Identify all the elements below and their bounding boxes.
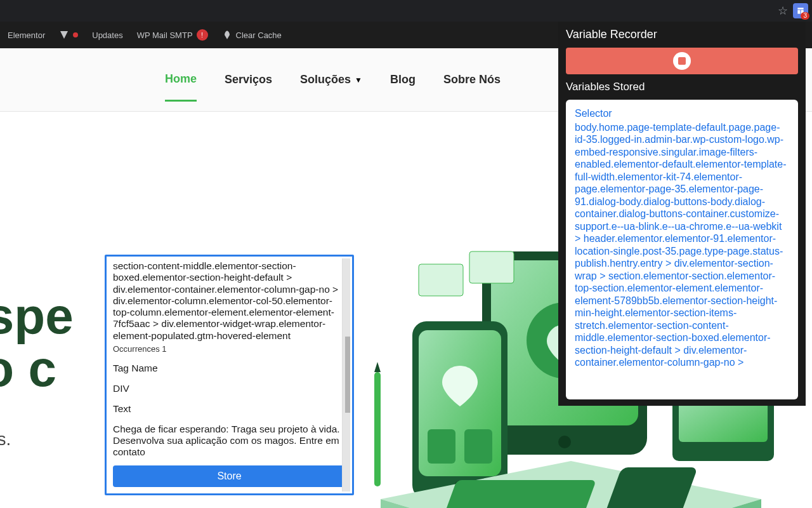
adminbar-elementor[interactable]: Elementor <box>8 30 45 40</box>
adminbar-clearcache[interactable]: Clear Cache <box>222 30 282 40</box>
nav-sobre[interactable]: Sobre Nós <box>443 73 501 86</box>
stored-variable-entry[interactable]: Selector body.home.page-template-default… <box>566 100 798 399</box>
svg-marker-17 <box>374 362 381 372</box>
nav-home[interactable]: Home <box>165 72 197 102</box>
inspector-tagname-label: Tag Name <box>113 363 346 374</box>
nav-servicos[interactable]: Serviços <box>225 73 272 86</box>
stored-variable-header: Selector <box>575 107 789 120</box>
svg-rect-12 <box>441 480 596 508</box>
browser-chrome: ☆ <box>0 0 812 22</box>
svg-point-3 <box>558 436 571 448</box>
variable-recorder-panel: Variable Recorder Variables Stored Selec… <box>558 22 806 406</box>
inspector-text-value: Chega de ficar esperando: Traga seu proj… <box>113 424 346 458</box>
inspector-occurrences: Occurrences 1 <box>113 344 346 354</box>
hero-subtext: os. <box>0 429 11 450</box>
inspector-tagname-value: DIV <box>113 383 346 394</box>
extension-badge[interactable] <box>793 3 808 18</box>
adminbar-updates[interactable]: Updates <box>92 30 122 40</box>
svg-rect-6 <box>428 429 455 464</box>
inspector-text-label: Text <box>113 403 346 415</box>
store-button[interactable]: Store <box>113 465 346 487</box>
nav-blog[interactable]: Blog <box>390 73 416 86</box>
hero-heading: r espe jeto c <box>0 290 74 395</box>
stored-variable-selector: body.home.page-template-default.page.pag… <box>575 121 789 369</box>
adminbar-yoast[interactable] <box>59 30 78 40</box>
alert-badge-icon: ! <box>197 29 208 41</box>
svg-rect-7 <box>464 429 492 464</box>
bookmark-star-icon[interactable]: ☆ <box>778 5 788 17</box>
inspector-selector: section-content-middle.elementor-section… <box>113 260 346 342</box>
element-inspector-popup: section-content-middle.elementor-section… <box>105 255 354 495</box>
status-dot-icon <box>73 32 78 37</box>
rocket-icon <box>222 30 232 40</box>
svg-rect-19 <box>469 251 514 283</box>
chevron-down-icon: ▼ <box>355 76 362 84</box>
adminbar-wpmail[interactable]: WP Mail SMTP ! <box>137 29 208 41</box>
nav-solucoes[interactable]: Soluções ▼ <box>300 73 362 86</box>
yoast-icon <box>59 30 69 40</box>
svg-rect-18 <box>419 264 463 296</box>
svg-rect-16 <box>374 372 381 486</box>
stop-record-button[interactable] <box>566 48 798 74</box>
stop-icon <box>673 52 691 70</box>
panel-title: Variable Recorder <box>566 28 798 41</box>
panel-stored-title: Variables Stored <box>566 81 798 93</box>
